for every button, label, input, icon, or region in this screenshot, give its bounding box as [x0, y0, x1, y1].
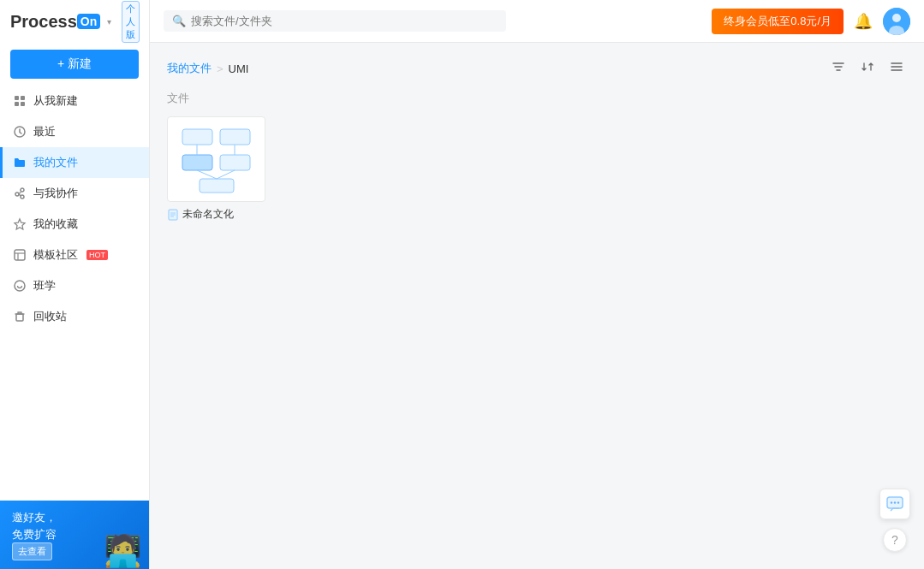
svg-point-10 — [892, 14, 901, 22]
trash-icon — [13, 310, 27, 323]
topbar-right: 终身会员低至0.8元/月 🔔 — [712, 8, 910, 35]
file-name-row: 未命名文化 — [167, 207, 265, 222]
invite-line2: 免费扩容 — [12, 526, 57, 543]
profile-tag: 个人版 — [122, 1, 140, 43]
help-button[interactable]: ? — [883, 528, 907, 552]
file-name: 未命名文化 — [182, 207, 234, 222]
search-icon: 🔍 — [172, 15, 186, 27]
promo-button[interactable]: 终身会员低至0.8元/月 — [712, 9, 844, 34]
sidebar-item-my-files[interactable]: 我的文件 — [0, 147, 149, 178]
content-area: 我的文件 > UMI — [150, 43, 924, 569]
breadcrumb: 我的文件 > UMI — [167, 56, 907, 80]
file-thumbnail[interactable] — [167, 116, 265, 202]
hot-badge: HOT — [86, 250, 108, 260]
main-area: 🔍 终身会员低至0.8元/月 🔔 我的文件 > UMI — [150, 0, 924, 569]
invite-illustration: 🧑‍💻 — [104, 533, 142, 569]
bell-icon[interactable]: 🔔 — [854, 12, 873, 31]
svg-rect-13 — [220, 129, 250, 145]
sidebar: ProcessOn ▾ 个人版 + 新建 从我新建 — [0, 0, 150, 569]
clock-icon — [13, 125, 27, 139]
invite-text-area: 邀好友， 免费扩容 去查看 — [12, 509, 57, 560]
template-icon — [13, 248, 27, 262]
breadcrumb-current: UMI — [229, 62, 249, 75]
svg-point-24 — [894, 501, 896, 503]
svg-point-7 — [15, 281, 25, 291]
section-title: 文件 — [167, 91, 907, 106]
sidebar-item-my-collect[interactable]: 我的收藏 — [0, 209, 149, 240]
star-icon — [13, 217, 27, 231]
new-button[interactable]: + 新建 — [10, 50, 139, 79]
svg-rect-16 — [200, 179, 234, 193]
logo-area: ProcessOn ▾ 个人版 — [0, 0, 149, 43]
svg-rect-2 — [15, 102, 19, 106]
sidebar-item-ai-create-label: 从我新建 — [33, 93, 78, 109]
svg-point-23 — [891, 501, 892, 503]
svg-point-25 — [897, 501, 899, 503]
sidebar-item-recent-label: 最近 — [33, 124, 56, 139]
svg-rect-12 — [182, 129, 212, 145]
file-grid: 未命名文化 — [167, 116, 907, 222]
sidebar-item-templates-label: 模板社区 — [33, 247, 78, 263]
file-card[interactable]: 未命名文化 — [167, 116, 265, 222]
invite-line1: 邀好友， — [12, 509, 57, 526]
breadcrumb-root[interactable]: 我的文件 — [167, 61, 212, 76]
breadcrumb-separator: > — [217, 62, 224, 75]
search-input[interactable] — [191, 15, 498, 27]
share-icon — [13, 187, 27, 200]
topbar: 🔍 终身会员低至0.8元/月 🔔 — [150, 0, 924, 43]
sidebar-item-recycle-label: 回收站 — [33, 309, 67, 324]
svg-rect-6 — [15, 250, 25, 260]
avatar[interactable] — [883, 8, 910, 35]
sort-icon[interactable] — [857, 56, 878, 80]
file-type-icon — [167, 209, 179, 221]
sidebar-item-my-collect-label: 我的收藏 — [33, 216, 78, 232]
sidebar-item-my-files-label: 我的文件 — [33, 155, 78, 170]
chat-button[interactable] — [879, 489, 910, 519]
sidebar-item-learn-label: 班学 — [33, 278, 56, 293]
ai-icon — [13, 94, 27, 108]
folder-icon — [13, 156, 27, 169]
invite-check-button[interactable]: 去查看 — [12, 542, 52, 560]
filter-icon[interactable] — [828, 56, 849, 80]
bottom-right-actions: ? — [879, 489, 910, 552]
svg-marker-5 — [15, 219, 25, 229]
logo-on-text: On — [77, 14, 100, 29]
sidebar-nav: 从我新建 最近 我的文件 — [0, 86, 149, 569]
sidebar-item-recycle[interactable]: 回收站 — [0, 301, 149, 332]
view-toggle-icon[interactable] — [886, 56, 907, 80]
search-box[interactable]: 🔍 — [164, 10, 506, 32]
svg-line-20 — [217, 170, 235, 179]
svg-line-19 — [197, 170, 217, 179]
sidebar-item-ai-create[interactable]: 从我新建 — [0, 86, 149, 116]
svg-rect-14 — [182, 155, 212, 170]
invite-banner[interactable]: 邀好友， 免费扩容 去查看 🧑‍💻 — [0, 501, 149, 569]
sidebar-item-recent[interactable]: 最近 — [0, 116, 149, 147]
svg-rect-3 — [21, 102, 25, 106]
logo: ProcessOn — [10, 12, 100, 32]
svg-rect-1 — [21, 96, 25, 100]
svg-rect-8 — [16, 314, 23, 321]
sidebar-item-with-me[interactable]: 与我协作 — [0, 178, 149, 209]
sidebar-item-with-me-label: 与我协作 — [33, 186, 78, 201]
book-icon — [13, 279, 27, 293]
logo-dropdown-icon[interactable]: ▾ — [107, 17, 111, 27]
svg-rect-15 — [220, 155, 250, 170]
logo-process-text: Process — [10, 12, 77, 32]
sidebar-item-learn[interactable]: 班学 — [0, 270, 149, 301]
svg-rect-0 — [15, 96, 19, 100]
sidebar-item-templates[interactable]: 模板社区 HOT — [0, 240, 149, 270]
